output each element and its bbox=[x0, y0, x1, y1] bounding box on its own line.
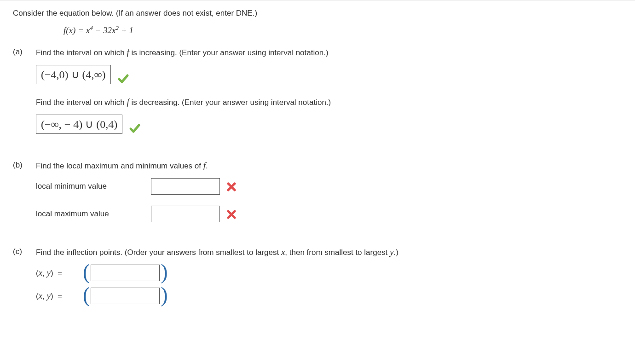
part-b-prompt: Find the local maximum and minimum value… bbox=[36, 161, 622, 171]
intro-text: Consider the equation below. (If an answ… bbox=[13, 9, 622, 18]
part-a-label: (a) bbox=[13, 47, 36, 147]
xy-label-2: (x, y) = bbox=[36, 291, 82, 301]
inflection-point-1-input[interactable] bbox=[91, 265, 160, 281]
part-a: (a) Find the interval on which f is incr… bbox=[13, 47, 622, 147]
part-c-label: (c) bbox=[13, 247, 36, 311]
part-a-prompt-1: Find the interval on which f is increasi… bbox=[36, 47, 622, 58]
local-max-input[interactable] bbox=[151, 206, 220, 222]
x-icon bbox=[226, 182, 237, 194]
prompt-text: . bbox=[206, 162, 208, 170]
local-min-label: local minimum value bbox=[36, 182, 151, 191]
prompt-text: Find the local maximum and minimum value… bbox=[36, 162, 203, 170]
part-b-label: (b) bbox=[13, 161, 36, 233]
part-c-prompt: Find the inflection points. (Order your … bbox=[36, 247, 622, 257]
check-icon bbox=[117, 73, 129, 87]
part-a-prompt-2: Find the interval on which f is decreasi… bbox=[36, 97, 622, 107]
answer-decreasing[interactable]: (−∞, − 4) ∪ (0,4) bbox=[36, 115, 122, 134]
equation: f(x) = x4 − 32x2 + 1 bbox=[64, 24, 622, 35]
prompt-text: Find the interval on which bbox=[36, 48, 127, 57]
paren-open-icon: ( bbox=[83, 289, 90, 300]
prompt-text: is decreasing. (Enter your answer using … bbox=[129, 98, 331, 107]
part-b: (b) Find the local maximum and minimum v… bbox=[13, 161, 622, 233]
check-icon bbox=[129, 122, 141, 137]
paren-close-icon: ) bbox=[161, 289, 167, 300]
local-max-label: local maximum value bbox=[36, 209, 151, 219]
paren-open-icon: ( bbox=[83, 266, 90, 277]
paren-close-icon: ) bbox=[161, 266, 167, 277]
x-icon bbox=[226, 209, 237, 222]
prompt-text: is increasing. (Enter your answer using … bbox=[129, 48, 329, 57]
answer-increasing[interactable]: (−4,0) ∪ (4,∞) bbox=[36, 65, 111, 84]
inflection-point-2-input[interactable] bbox=[91, 288, 160, 304]
xy-label-1: (x, y) = bbox=[36, 268, 82, 278]
local-min-input[interactable] bbox=[151, 178, 220, 195]
prompt-text: Find the interval on which bbox=[36, 98, 127, 107]
part-c: (c) Find the inflection points. (Order y… bbox=[13, 247, 622, 311]
